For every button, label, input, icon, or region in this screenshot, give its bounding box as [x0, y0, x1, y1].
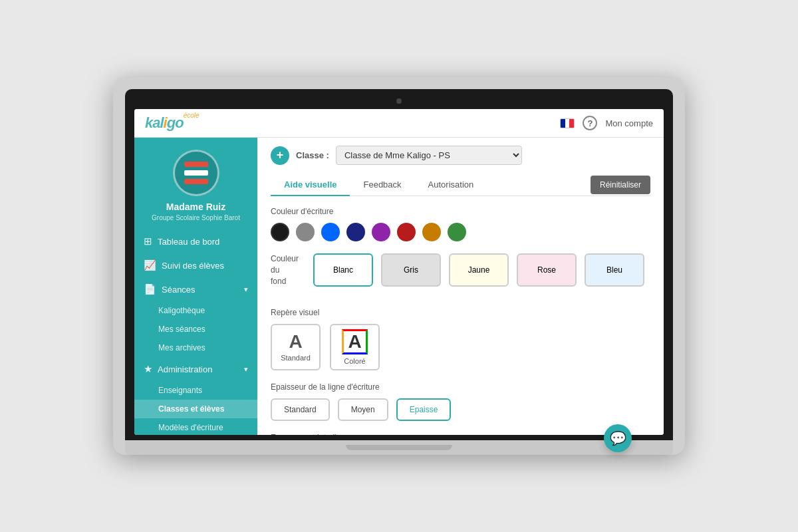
sidebar-item-label: Séances	[162, 285, 196, 295]
class-bar: + Classe : Classe de Mme Kaligo - PS	[271, 146, 650, 165]
laptop-frame: kaligo école ? Mon compte	[113, 77, 685, 455]
sidebar-item-tableau-de-bord[interactable]: ⊞ Tableau de bord	[134, 229, 257, 253]
espacement-label: Espacement interlignage	[271, 433, 650, 435]
couleur-ecriture-section: Couleur d'écriture	[271, 207, 650, 241]
repere-visuel-section: Repère visuel AStandardAColoré	[271, 308, 650, 370]
write-color-blue-dark[interactable]	[346, 223, 365, 241]
write-colors-row	[271, 223, 650, 241]
sidebar-item-kaligothecque[interactable]: Kaligothèque	[134, 301, 257, 320]
add-class-button[interactable]: +	[271, 146, 289, 165]
sidebar-item-seances[interactable]: 📄 Séances ▾	[134, 277, 257, 301]
chevron-down-icon: ▾	[244, 365, 248, 374]
couleur-fond-label: Couleurdufond	[271, 253, 303, 287]
user-name: Madame Ruiz	[166, 201, 225, 212]
tab-autorisation[interactable]: Autorisation	[415, 174, 487, 196]
reset-button[interactable]: Réinitialiser	[591, 176, 650, 194]
main-layout: Madame Ruiz Groupe Scolaire Sophie Barot…	[134, 138, 664, 435]
tab-aide-visuelle[interactable]: Aide visuelle	[271, 174, 350, 196]
sidebar-sub-label: Kaligothèque	[158, 306, 205, 315]
repere-standard[interactable]: AStandard	[271, 324, 321, 370]
bg-color-gris[interactable]: Gris	[381, 253, 441, 287]
repere-letter-a: A	[342, 329, 367, 354]
sidebar-item-mes-seances[interactable]: Mes séances	[134, 320, 257, 338]
avatar	[173, 150, 219, 196]
sidebar-item-administration[interactable]: ★ Administration ▾	[134, 357, 257, 381]
bg-color-bleu[interactable]: Bleu	[585, 253, 644, 287]
bg-color-blanc[interactable]: Blanc	[313, 253, 373, 287]
sidebar-sub-label: Enseignants	[158, 386, 202, 395]
screen-bezel: kaligo école ? Mon compte	[125, 89, 673, 440]
avatar-section: Madame Ruiz Groupe Scolaire Sophie Barot	[134, 138, 257, 229]
bg-color-jaune[interactable]: Jaune	[449, 253, 509, 287]
laptop-camera	[396, 98, 402, 104]
write-color-purple[interactable]	[372, 223, 390, 241]
couleur-fond-section: Couleurdufond BlancGrisJauneRoseBleu	[271, 253, 650, 299]
sidebar-item-label: Suivi des élèves	[162, 261, 224, 271]
sidebar: Madame Ruiz Groupe Scolaire Sophie Barot…	[134, 138, 257, 435]
repere-row: AStandardAColoré	[271, 324, 650, 370]
sidebar-item-label: Administration	[158, 364, 212, 374]
sidebar-item-mes-archives[interactable]: Mes archives	[134, 338, 257, 357]
couleur-ecriture-label: Couleur d'écriture	[271, 207, 650, 216]
epaisseur-label: Epaisseur de la ligne d'écriture	[271, 382, 650, 392]
write-color-red-dark[interactable]	[397, 223, 416, 241]
thickness-epaisse[interactable]: Epaisse	[396, 398, 452, 421]
sidebar-item-classes-eleves[interactable]: Classes et élèves	[134, 400, 257, 418]
logo-accent: école	[184, 112, 200, 119]
thickness-row: StandardMoyenEpaisse	[271, 398, 650, 421]
write-color-blue-bright[interactable]	[321, 223, 340, 241]
grid-icon: ⊞	[144, 235, 152, 247]
mon-compte-link[interactable]: Mon compte	[605, 118, 653, 128]
sidebar-sub-label: Mes séances	[158, 325, 205, 334]
content-area: + Classe : Classe de Mme Kaligo - PS Aid…	[257, 138, 664, 435]
repere-label: Coloré	[344, 357, 365, 365]
write-color-black[interactable]	[271, 223, 289, 241]
sidebar-sub-label: Classes et élèves	[158, 404, 224, 414]
class-select[interactable]: Classe de Mme Kaligo - PS	[336, 146, 522, 165]
laptop-notch	[346, 445, 452, 450]
repere-letter-a: A	[289, 332, 302, 351]
thickness-moyen[interactable]: Moyen	[338, 398, 388, 421]
sidebar-item-suivi-eleves[interactable]: 📈 Suivi des élèves	[134, 253, 257, 277]
star-icon: ★	[144, 363, 152, 375]
sidebar-sub-label: Modèles d'écriture	[158, 423, 223, 432]
class-label: Classe :	[296, 150, 329, 160]
epaisseur-section: Epaisseur de la ligne d'écriture Standar…	[271, 382, 650, 421]
sidebar-item-enseignants[interactable]: Enseignants	[134, 381, 257, 400]
sidebar-sub-label: Mes archives	[158, 343, 205, 352]
flag-icon	[560, 118, 575, 128]
write-color-orange[interactable]	[422, 223, 441, 241]
write-color-green[interactable]	[448, 223, 466, 241]
sidebar-item-label: Tableau de bord	[158, 237, 219, 247]
espacement-section: Espacement interlignage StandardMoyenGra…	[271, 433, 650, 435]
bg-colors-row: BlancGrisJauneRoseBleu	[313, 253, 644, 287]
tab-feedback[interactable]: Feedback	[350, 174, 414, 196]
top-bar: kaligo école ? Mon compte	[134, 109, 664, 138]
sidebar-item-modeles-ecriture[interactable]: Modèles d'écriture	[134, 418, 257, 435]
document-icon: 📄	[144, 283, 156, 295]
user-school: Groupe Scolaire Sophie Barot	[152, 214, 240, 221]
laptop-base	[125, 440, 673, 455]
tabs-row: Aide visuelle Feedback Autorisation Réin…	[271, 174, 650, 196]
chart-icon: 📈	[144, 259, 156, 271]
chat-bubble[interactable]: 💬	[604, 424, 632, 452]
help-button[interactable]: ?	[583, 116, 597, 130]
logo-text: kaligo	[145, 114, 184, 131]
laptop-screen: kaligo école ? Mon compte	[134, 109, 664, 435]
bg-color-rose[interactable]: Rose	[517, 253, 577, 287]
repere-visuel-label: Repère visuel	[271, 308, 650, 317]
avatar-icon	[184, 162, 208, 184]
write-color-gray[interactable]	[296, 223, 315, 241]
repere-colore[interactable]: AColoré	[330, 324, 380, 370]
top-right-bar: ? Mon compte	[560, 116, 653, 130]
thickness-standard[interactable]: Standard	[271, 398, 330, 421]
logo-area: kaligo école	[145, 114, 184, 132]
repere-label: Standard	[281, 354, 311, 362]
chevron-down-icon: ▾	[244, 285, 248, 294]
